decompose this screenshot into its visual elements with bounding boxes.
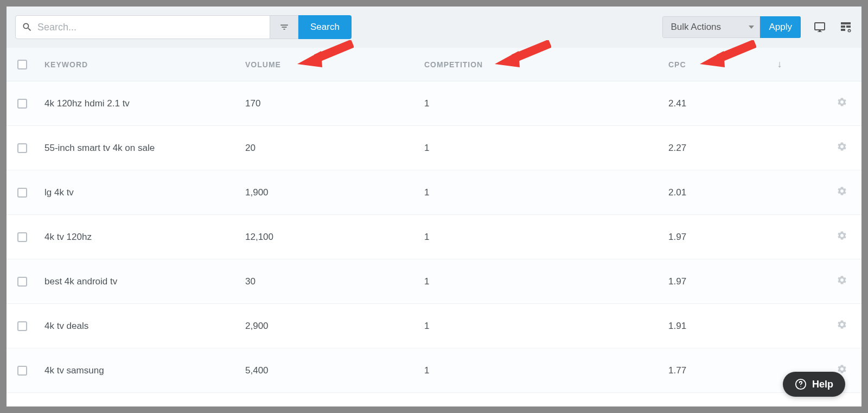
search-button[interactable]: Search [298, 15, 352, 39]
annotation-arrow-competition [492, 40, 551, 74]
help-label: Help [812, 379, 833, 390]
table-body: 4k 120hz hdmi 2.1 tv17012.4155-inch smar… [7, 81, 861, 393]
gear-icon[interactable] [837, 97, 847, 107]
cell-keyword: 55-inch smart tv 4k on sale [44, 143, 245, 154]
cell-volume: 30 [245, 276, 424, 287]
cell-cpc: 1.97 [668, 232, 771, 243]
row-checkbox[interactable] [17, 232, 27, 242]
bulk-actions-select[interactable]: Bulk Actions [662, 16, 760, 38]
row-checkbox[interactable] [17, 321, 27, 331]
table-row: 4k tv deals2,90011.91 [7, 304, 861, 348]
help-button[interactable]: Help [783, 372, 845, 397]
table-settings-icon[interactable] [839, 21, 853, 34]
sort-indicator[interactable]: ↓ [771, 59, 788, 70]
annotation-arrow-cpc [697, 40, 756, 74]
app-frame: Search Bulk Actions Apply KEYWORD VOLUME… [7, 7, 861, 406]
table-header: KEYWORD VOLUME COMPETITION CPC ↓ [7, 48, 861, 81]
cell-competition: 1 [424, 143, 668, 154]
cell-cpc: 1.91 [668, 321, 771, 332]
search-group: Search [15, 15, 352, 39]
row-checkbox[interactable] [17, 277, 27, 287]
cell-keyword: 4k tv 120hz [44, 232, 245, 243]
filter-button[interactable] [270, 15, 298, 39]
help-icon [795, 378, 807, 390]
table-row: 55-inch smart tv 4k on sale2012.27 [7, 126, 861, 170]
row-checkbox[interactable] [17, 143, 27, 153]
annotation-arrow-volume [294, 40, 354, 74]
gear-icon[interactable] [837, 230, 847, 241]
table-row: 4k tv samsung5,40011.77 [7, 348, 861, 393]
table-row: 4k 120hz hdmi 2.1 tv17012.41 [7, 81, 861, 126]
gear-icon[interactable] [837, 186, 847, 196]
cell-cpc: 1.97 [668, 276, 771, 287]
svg-point-1 [800, 386, 801, 387]
cell-competition: 1 [424, 365, 668, 376]
table-row: lg 4k tv1,90012.01 [7, 170, 861, 215]
table-row: 4k tv 120hz12,10011.97 [7, 215, 861, 259]
row-checkbox[interactable] [17, 99, 27, 109]
cell-volume: 20 [245, 143, 424, 154]
cell-keyword: best 4k android tv [44, 276, 245, 287]
cell-volume: 12,100 [245, 232, 424, 243]
cell-keyword: lg 4k tv [44, 187, 245, 198]
cell-volume: 1,900 [245, 187, 424, 198]
cell-competition: 1 [424, 232, 668, 243]
search-icon [22, 22, 33, 33]
apply-button[interactable]: Apply [760, 16, 801, 38]
column-header-keyword[interactable]: KEYWORD [44, 60, 245, 69]
cell-cpc: 1.77 [668, 365, 771, 376]
cell-volume: 5,400 [245, 365, 424, 376]
cell-cpc: 2.27 [668, 143, 771, 154]
search-input-wrap [15, 15, 270, 39]
select-all-checkbox[interactable] [17, 60, 27, 69]
chevron-down-icon [749, 26, 754, 29]
cell-keyword: 4k tv deals [44, 321, 245, 332]
funnel-icon [279, 22, 289, 32]
cell-competition: 1 [424, 321, 668, 332]
cell-volume: 2,900 [245, 321, 424, 332]
cell-competition: 1 [424, 98, 668, 109]
cell-volume: 170 [245, 98, 424, 109]
gear-icon[interactable] [837, 141, 847, 152]
row-checkbox[interactable] [17, 366, 27, 376]
cell-keyword: 4k 120hz hdmi 2.1 tv [44, 98, 245, 109]
cell-competition: 1 [424, 187, 668, 198]
cell-cpc: 2.01 [668, 187, 771, 198]
row-checkbox[interactable] [17, 188, 27, 198]
table-row: best 4k android tv3011.97 [7, 259, 861, 304]
search-input[interactable] [15, 15, 270, 39]
gear-icon[interactable] [837, 319, 847, 330]
cell-competition: 1 [424, 276, 668, 287]
monitor-icon[interactable] [813, 21, 827, 34]
bulk-actions-label: Bulk Actions [671, 22, 721, 33]
cell-cpc: 2.41 [668, 98, 771, 109]
cell-keyword: 4k tv samsung [44, 365, 245, 376]
gear-icon[interactable] [837, 275, 847, 285]
